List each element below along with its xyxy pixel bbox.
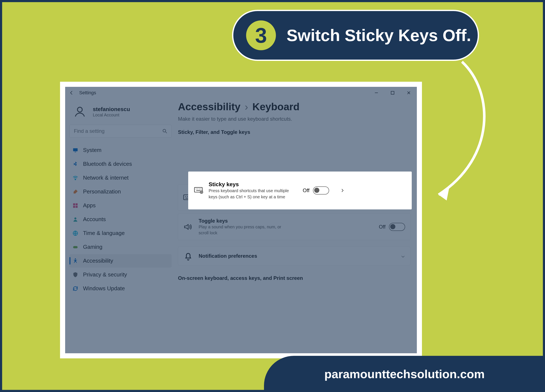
page-subtitle: Make it easier to type and use keyboard …: [178, 116, 410, 122]
sidebar-item-accounts[interactable]: Accounts: [69, 213, 172, 226]
svg-rect-10: [76, 203, 77, 205]
search-icon: [162, 128, 167, 134]
minimize-button[interactable]: [368, 87, 384, 99]
nav-list: SystemBluetooth & devicesNetwork & inter…: [69, 143, 172, 295]
main-content: Accessibility › Keyboard Make it easier …: [176, 99, 417, 353]
apps-icon: [72, 202, 78, 208]
sidebar-item-windows-update[interactable]: Windows Update: [69, 282, 172, 295]
sidebar-item-gaming[interactable]: Gaming: [69, 240, 172, 254]
step-callout: 3 Switch Sticky Keys Off.: [232, 10, 479, 61]
svg-point-4: [163, 129, 166, 132]
sidebar-item-apps[interactable]: Apps: [69, 199, 172, 212]
toggle-keys-state: Off: [379, 224, 385, 230]
toggle-keys-toggle[interactable]: [389, 223, 405, 231]
sticky-keys-state: Off: [303, 188, 310, 193]
wifi-icon: [72, 175, 78, 181]
sidebar-item-label: Privacy & security: [83, 271, 127, 278]
chevron-down-icon: [401, 254, 405, 258]
toggle-keys-desc: Play a sound when you press caps, num, o…: [199, 224, 290, 236]
sound-icon: [183, 222, 193, 232]
accessibility-icon: [72, 258, 78, 264]
person-icon: [72, 216, 78, 222]
settings-window: Settings: [65, 87, 417, 353]
svg-point-16: [75, 258, 76, 259]
sidebar-item-label: Accounts: [83, 216, 106, 223]
svg-rect-7: [75, 152, 76, 152]
sidebar-item-privacy-security[interactable]: Privacy & security: [69, 268, 172, 281]
sticky-keys-toggle[interactable]: [313, 186, 329, 195]
notification-preferences-row[interactable]: Notification preferences: [178, 247, 410, 265]
sidebar-item-label: Personalization: [83, 188, 121, 195]
account-type: Local Account: [93, 113, 130, 117]
sidebar-item-label: Network & internet: [83, 175, 129, 181]
maximize-button[interactable]: [384, 87, 401, 99]
sidebar-item-system[interactable]: System: [69, 143, 172, 157]
sidebar-item-accessibility[interactable]: Accessibility: [69, 254, 172, 268]
toggle-keys-title: Toggle keys: [199, 218, 290, 224]
footer-url: paramounttechsolution.com: [264, 356, 545, 392]
sticky-keys-title: Sticky keys: [209, 181, 292, 188]
sticky-keys-desc: Press keyboard shortcuts that use multip…: [209, 188, 292, 200]
sidebar: stefanionescu Local Account SystemBlueto…: [65, 99, 176, 353]
account-name: stefanionescu: [93, 106, 130, 113]
sidebar-item-time-language[interactable]: Time & language: [69, 227, 172, 240]
close-button[interactable]: [401, 87, 417, 99]
sidebar-item-network-internet[interactable]: Network & internet: [69, 171, 172, 184]
sidebar-item-personalization[interactable]: Personalization: [69, 185, 172, 198]
sidebar-item-label: Bluetooth & devices: [83, 161, 132, 167]
search-input[interactable]: [74, 128, 162, 134]
svg-point-8: [75, 179, 76, 180]
update-icon: [72, 286, 78, 292]
chevron-right-icon: ›: [245, 101, 248, 113]
step-instruction: Switch Sticky Keys Off.: [286, 26, 471, 45]
app-title: Settings: [79, 90, 96, 96]
bell-icon: [183, 251, 193, 261]
tutorial-slide: 3 Switch Sticky Keys Off. Settings: [0, 0, 545, 392]
screenshot-frame: Settings: [60, 82, 422, 358]
search-field[interactable]: [69, 125, 172, 137]
sidebar-item-label: Gaming: [83, 244, 102, 250]
breadcrumb-current: Keyboard: [252, 101, 299, 113]
svg-rect-11: [73, 206, 75, 208]
svg-rect-9: [73, 203, 75, 205]
sticky-keys-row[interactable]: Sticky keys Press keyboard shortcuts tha…: [188, 172, 412, 209]
sidebar-item-bluetooth-devices[interactable]: Bluetooth & devices: [69, 157, 172, 171]
keyboard-icon: [194, 186, 203, 195]
svg-point-13: [74, 217, 76, 219]
svg-rect-6: [73, 148, 78, 151]
sidebar-item-label: Time & language: [83, 230, 125, 236]
display-icon: [72, 147, 78, 153]
chevron-right-icon[interactable]: [340, 188, 344, 193]
pointer-arrow: [421, 57, 502, 213]
globe-icon: [72, 230, 78, 236]
svg-rect-15: [73, 246, 78, 248]
sidebar-item-label: Accessibility: [83, 257, 113, 264]
shield-icon: [72, 272, 78, 278]
brush-icon: [72, 189, 78, 195]
gamepad-icon: [72, 244, 78, 250]
svg-line-5: [165, 132, 167, 133]
breadcrumb-parent[interactable]: Accessibility: [178, 101, 240, 113]
step-number-badge: 3: [246, 20, 276, 50]
svg-rect-2: [391, 91, 394, 94]
bluetooth-icon: [72, 161, 78, 167]
svg-point-3: [77, 107, 82, 112]
back-icon[interactable]: [69, 90, 74, 95]
sidebar-item-label: System: [83, 147, 102, 153]
sidebar-item-label: Windows Update: [83, 285, 125, 292]
toggle-keys-row[interactable]: Toggle keys Play a sound when you press …: [178, 214, 410, 240]
sidebar-item-label: Apps: [83, 202, 96, 209]
avatar-icon: [72, 104, 88, 120]
section-heading: Sticky, Filter, and Toggle keys: [178, 129, 410, 135]
account-header[interactable]: stefanionescu Local Account: [69, 101, 172, 125]
breadcrumb: Accessibility › Keyboard: [178, 101, 410, 113]
titlebar: Settings: [65, 87, 417, 99]
svg-rect-12: [76, 206, 77, 208]
notification-preferences-label: Notification preferences: [199, 253, 390, 259]
section-heading-2: On-screen keyboard, access keys, and Pri…: [178, 275, 410, 281]
